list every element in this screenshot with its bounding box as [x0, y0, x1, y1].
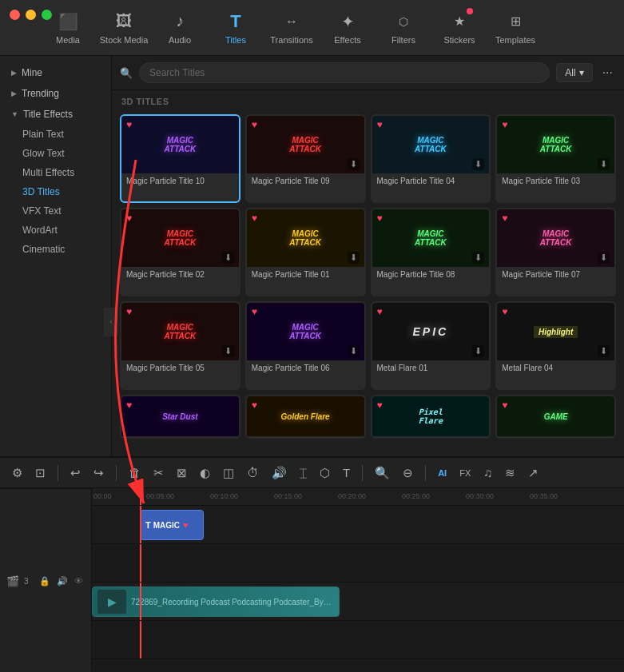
sidebar-label-mine: Mine: [22, 67, 42, 78]
playhead-track3: [140, 506, 141, 543]
sidebar-item-glow-text[interactable]: Glow Text: [0, 144, 111, 163]
title-card-7[interactable]: ♥ MAGICATTACK ⬇ Magic Particle Title 08: [371, 208, 491, 296]
toolbar-item-effects[interactable]: ✦ Effects: [320, 4, 376, 52]
timeline-btn-snap[interactable]: ⊡: [31, 463, 50, 483]
track3-mute[interactable]: 🔊: [55, 575, 70, 587]
title-card-14[interactable]: ♥ Golden Flare: [245, 395, 366, 439]
thumb-text-3: MAGICATTACK: [415, 136, 447, 153]
sidebar-item-cinematic[interactable]: Cinematic: [0, 240, 111, 259]
sidebar-label-plain-text: Plain Text: [22, 129, 64, 140]
timeline-btn-audio[interactable]: 🔊: [268, 463, 291, 483]
timeline-btn-ai[interactable]: AI: [434, 466, 451, 480]
timeline-btn-crop[interactable]: ⊠: [173, 463, 191, 483]
filters-icon: ⬡: [393, 11, 414, 32]
playhead-track1: [140, 583, 141, 620]
fav-icon-9: ♥: [126, 306, 132, 317]
timeline-btn-fx[interactable]: FX: [455, 466, 475, 480]
timeline-btn-settings[interactable]: ⚙: [8, 463, 26, 483]
title-card-4[interactable]: ♥ MAGICATTACK ⬇ Magic Particle Title 03: [495, 114, 616, 203]
search-bar: 🔍 All ▾ ···: [112, 56, 624, 90]
title-card-8[interactable]: ♥ MAGICATTACK ⬇ Magic Particle Title 07: [495, 208, 616, 296]
toolbar-item-audio[interactable]: ♪ Audio: [152, 4, 208, 52]
window-controls: [10, 10, 52, 20]
sidebar-item-wordart[interactable]: WordArt: [0, 221, 111, 240]
sidebar-item-plain-text[interactable]: Plain Text: [0, 125, 111, 144]
sidebar-item-3d-titles[interactable]: 3D Titles: [0, 182, 111, 201]
track-label-video3: 🎬 3 🔒 🔊 👁: [0, 489, 92, 672]
toolbar-label-stock: Stock Media: [100, 35, 149, 45]
more-options-button[interactable]: ···: [599, 66, 616, 80]
maximize-button[interactable]: [42, 10, 52, 20]
minimize-button[interactable]: [26, 10, 36, 20]
title-card-11[interactable]: ♥ EPIC ⬇ Metal Flare 01: [371, 301, 491, 390]
title-card-1[interactable]: ♥ MAGICATTACK Magic Particle Title 10: [120, 114, 240, 203]
toolbar-item-stickers[interactable]: ★ Stickers: [431, 4, 487, 52]
title-card-2[interactable]: ♥ MAGICATTACK ⬇ Magic Particle Title 09: [245, 114, 366, 203]
fav-icon-5: ♥: [126, 213, 132, 224]
title-thumb-10: ♥ MAGICATTACK ⬇: [247, 303, 364, 360]
video-thumb: ▶: [97, 590, 126, 614]
media-icon: ⬛: [58, 11, 78, 32]
timeline-btn-transition[interactable]: ⬡: [316, 463, 334, 483]
search-input[interactable]: [139, 62, 550, 83]
timeline-btn-split[interactable]: ⌶: [296, 463, 311, 482]
download-icon-11: ⬇: [472, 345, 484, 357]
timeline-btn-cut[interactable]: ✂: [149, 463, 168, 483]
timeline-btn-text[interactable]: T: [339, 463, 354, 482]
toolbar-item-titles[interactable]: T Titles: [208, 4, 264, 52]
title-thumb-9: ♥ MAGICATTACK ⬇: [121, 303, 239, 360]
timeline-btn-speed[interactable]: ⏱: [243, 463, 263, 482]
clip-magic[interactable]: T MAGIC ♥: [140, 510, 204, 540]
toolbar-item-stock[interactable]: 🖼 Stock Media: [96, 4, 152, 52]
chevron-expand-icon: ▼: [11, 110, 18, 118]
close-button[interactable]: [10, 10, 20, 20]
audio1-content[interactable]: [92, 621, 624, 659]
title-card-13[interactable]: ♥ Star Dust: [120, 395, 240, 439]
timeline-btn-zoomout[interactable]: ⊖: [399, 463, 417, 483]
title-name-7: Magic Particle Title 08: [372, 267, 490, 282]
title-card-16[interactable]: ♥ GAME: [495, 395, 616, 439]
sidebar-item-trending[interactable]: ▶ Trending: [0, 83, 111, 104]
timeline-btn-audiofx[interactable]: ♫: [479, 463, 496, 482]
timeline-btn-delete[interactable]: 🗑: [125, 463, 145, 482]
thumb-text-12: Highlight: [534, 326, 578, 338]
fav-icon-8: ♥: [502, 213, 507, 224]
filter-dropdown[interactable]: All ▾: [556, 63, 592, 82]
title-thumb-6: ♥ MAGICATTACK ⬇: [247, 209, 364, 267]
download-icon-12: ⬇: [598, 345, 610, 357]
fav-icon-3: ♥: [377, 119, 383, 130]
track2-content[interactable]: [92, 544, 624, 583]
track3-visible[interactable]: 👁: [73, 575, 85, 587]
title-card-5[interactable]: ♥ MAGICATTACK ⬇ Magic Particle Title 02: [120, 208, 240, 296]
toolbar-item-filters[interactable]: ⬡ Filters: [376, 4, 431, 52]
toolbar-item-templates[interactable]: ⊞ Templates: [487, 4, 543, 52]
title-card-6[interactable]: ♥ MAGICATTACK ⬇ Magic Particle Title 01: [245, 208, 366, 296]
sidebar-item-vfx-text[interactable]: VFX Text: [0, 201, 111, 221]
title-card-15[interactable]: ♥ PixelFlare: [371, 395, 491, 439]
timeline-btn-trim[interactable]: ◫: [219, 463, 238, 483]
timeline-btn-export[interactable]: ↗: [524, 463, 543, 483]
title-card-3[interactable]: ♥ MAGICATTACK ⬇ Magic Particle Title 04: [371, 114, 491, 203]
title-card-10[interactable]: ♥ MAGICATTACK ⬇ Magic Particle Title 06: [245, 301, 366, 390]
timeline-btn-motion[interactable]: ≋: [501, 463, 519, 483]
timeline-btn-color[interactable]: ◐: [196, 463, 214, 483]
sidebar-item-multi-effects[interactable]: Multi Effects: [0, 163, 111, 182]
sidebar-collapse-button[interactable]: ‹: [104, 308, 112, 336]
timeline-btn-undo[interactable]: ↩: [66, 463, 85, 483]
clip-video[interactable]: ▶ 722869_Recording Podcast Podcasting Po…: [92, 587, 340, 617]
toolbar-label-media: Media: [56, 35, 80, 45]
title-thumb-13: ♥ Star Dust: [121, 396, 239, 436]
title-card-9[interactable]: ♥ MAGICATTACK ⬇ Magic Particle Title 05: [120, 301, 240, 390]
toolbar-item-transitions[interactable]: ↔ Transitions: [264, 4, 320, 52]
sidebar-item-title-effects[interactable]: ▼ Title Effects: [0, 104, 111, 125]
title-thumb-11: ♥ EPIC ⬇: [372, 303, 490, 360]
track3-lock[interactable]: 🔒: [38, 575, 52, 587]
timeline-btn-redo[interactable]: ↪: [89, 463, 108, 483]
timeline-btn-zoomin[interactable]: 🔍: [371, 463, 394, 483]
sidebar-item-mine[interactable]: ▶ Mine: [0, 62, 111, 83]
track1-content[interactable]: ▶ 722869_Recording Podcast Podcasting Po…: [92, 583, 624, 621]
thumb-text-11: EPIC: [413, 325, 449, 338]
title-card-12[interactable]: ♥ Highlight ⬇ Metal Flare 04: [495, 301, 616, 390]
title-name-10: Magic Particle Title 06: [247, 360, 364, 376]
track3-content[interactable]: T MAGIC ♥: [92, 506, 624, 544]
